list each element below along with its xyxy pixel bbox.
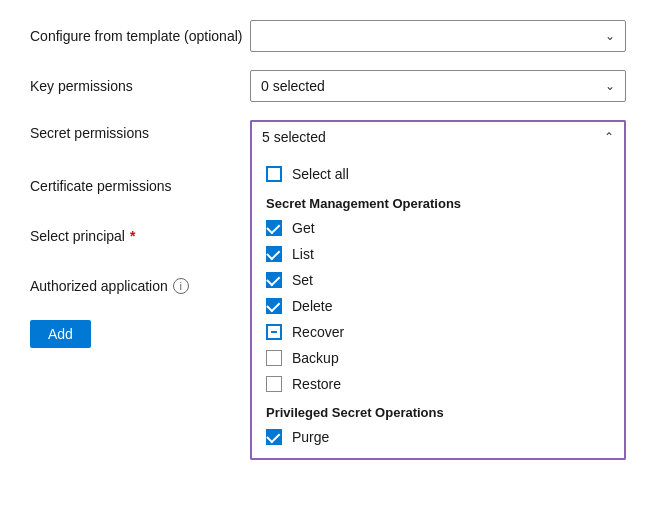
configure-template-dropdown[interactable]: ⌄ [250, 20, 626, 52]
secret-permissions-panel: Select all Secret Management Operations … [250, 152, 626, 460]
authorized-application-label: Authorized application i [30, 278, 250, 294]
key-permissions-label: Key permissions [30, 78, 250, 94]
secret-permissions-value: 5 selected [262, 129, 326, 145]
checkbox-row-get[interactable]: Get [252, 215, 624, 241]
key-permissions-value: 0 selected [261, 78, 325, 94]
label-purge: Purge [292, 429, 329, 445]
secret-permissions-row: Secret permissions 5 selected ⌃ Select a… [30, 120, 626, 152]
add-button[interactable]: Add [30, 320, 91, 348]
checkbox-row-purge[interactable]: Purge [252, 424, 624, 450]
checkbox-row-backup[interactable]: Backup [252, 345, 624, 371]
checkbox-backup[interactable] [266, 350, 282, 366]
secret-permissions-control: 5 selected ⌃ Select all Secret Managemen… [250, 120, 626, 152]
chevron-up-icon: ⌃ [604, 130, 614, 144]
info-icon[interactable]: i [173, 278, 189, 294]
checkbox-row-delete[interactable]: Delete [252, 293, 624, 319]
label-backup: Backup [292, 350, 339, 366]
checkbox-restore[interactable] [266, 376, 282, 392]
select-all-label: Select all [292, 166, 349, 182]
label-list: List [292, 246, 314, 262]
select-all-row[interactable]: Select all [252, 160, 624, 188]
checkbox-get[interactable] [266, 220, 282, 236]
label-delete: Delete [292, 298, 332, 314]
configure-template-label: Configure from template (optional) [30, 28, 250, 44]
select-all-checkbox[interactable] [266, 166, 282, 182]
checkbox-row-recover[interactable]: Recover [252, 319, 624, 345]
key-permissions-control: 0 selected ⌄ [250, 70, 626, 102]
label-recover: Recover [292, 324, 344, 340]
chevron-down-icon: ⌄ [605, 79, 615, 93]
chevron-down-icon: ⌄ [605, 29, 615, 43]
checkbox-recover[interactable] [266, 324, 282, 340]
key-permissions-row: Key permissions 0 selected ⌄ [30, 70, 626, 102]
label-get: Get [292, 220, 315, 236]
checkbox-list[interactable] [266, 246, 282, 262]
configure-template-row: Configure from template (optional) ⌄ [30, 20, 626, 52]
required-indicator: * [130, 228, 135, 244]
checkbox-row-set[interactable]: Set [252, 267, 624, 293]
label-set: Set [292, 272, 313, 288]
secret-permissions-label: Secret permissions [30, 120, 250, 141]
select-principal-label: Select principal * [30, 228, 250, 244]
checkbox-row-restore[interactable]: Restore [252, 371, 624, 397]
checkbox-set[interactable] [266, 272, 282, 288]
checkbox-purge[interactable] [266, 429, 282, 445]
checkbox-row-list[interactable]: List [252, 241, 624, 267]
certificate-permissions-label: Certificate permissions [30, 178, 250, 194]
section-title-secret-management: Secret Management Operations [252, 188, 624, 215]
checkbox-delete[interactable] [266, 298, 282, 314]
secret-permissions-dropdown[interactable]: 5 selected ⌃ [250, 120, 626, 152]
configure-template-control: ⌄ [250, 20, 626, 52]
label-restore: Restore [292, 376, 341, 392]
key-permissions-dropdown[interactable]: 0 selected ⌄ [250, 70, 626, 102]
section-title-privileged: Privileged Secret Operations [252, 397, 624, 424]
